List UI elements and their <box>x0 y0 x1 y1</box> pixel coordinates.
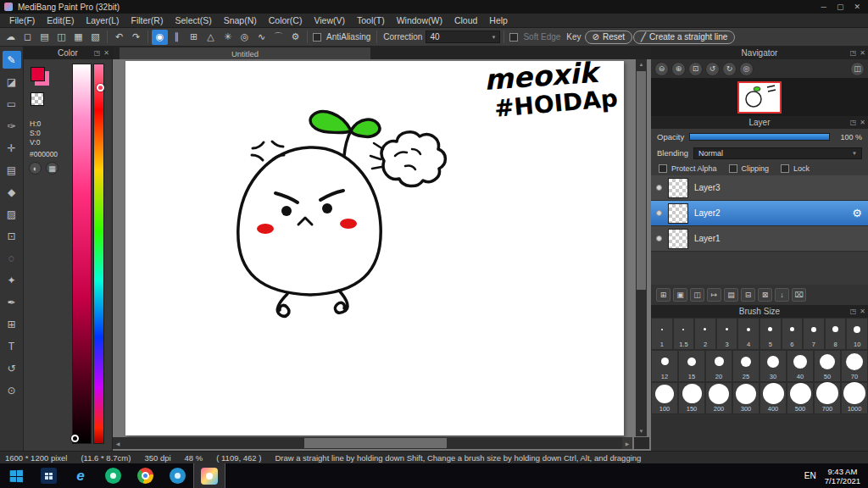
hue-picker-handle[interactable] <box>97 84 104 92</box>
layer-visibility-icon[interactable] <box>656 185 662 191</box>
rotate-ccw-icon[interactable]: ↺ <box>705 62 720 76</box>
pen-tool-icon[interactable]: ✎ <box>3 51 21 69</box>
snap-curve-icon[interactable]: ∿ <box>253 30 270 45</box>
menu-snap[interactable]: Snap(N) <box>218 14 263 26</box>
brush-size-option[interactable]: 5 <box>760 318 782 350</box>
canvas-viewport[interactable]: meoxik #HOIDAp ▲ ▼ ◀ ▶ <box>113 59 651 451</box>
brush-size-option[interactable]: 7 <box>803 318 825 350</box>
add-layer-icon[interactable]: ⊞ <box>656 288 670 302</box>
transfer-layer-icon[interactable]: ↦ <box>707 288 721 302</box>
menu-tool[interactable]: Tool(T) <box>351 14 391 26</box>
brush-size-option[interactable]: 150 <box>678 382 705 414</box>
popup-icon[interactable]: ◳ <box>850 308 857 315</box>
minimize-icon[interactable]: ─ <box>821 3 826 11</box>
brush-size-option[interactable]: 3 <box>716 318 738 350</box>
select-rect-tool-icon[interactable]: ⊡ <box>3 227 21 245</box>
brush-size-option[interactable]: 25 <box>732 350 760 382</box>
brush-size-option[interactable]: 500 <box>787 382 814 414</box>
layer-thumbnail[interactable] <box>668 178 688 198</box>
reset-button[interactable]: ⊘ Reset <box>585 30 633 44</box>
move-layer-down-icon[interactable]: ↓ <box>775 288 789 302</box>
popup-icon[interactable]: ◳ <box>850 49 857 57</box>
menu-cloud[interactable]: Cloud <box>448 14 483 26</box>
brush-size-option[interactable]: 700 <box>814 382 841 414</box>
brush-size-option[interactable]: 10 <box>846 318 868 350</box>
menu-help[interactable]: Help <box>483 14 514 26</box>
language-indicator[interactable]: EN <box>804 471 816 480</box>
snap-vanishing-icon[interactable]: △ <box>203 30 219 45</box>
brush-size-option[interactable]: 100 <box>651 382 678 414</box>
snap-settings-icon[interactable]: ⚙ <box>287 30 303 45</box>
brush-size-option[interactable]: 30 <box>760 350 787 382</box>
snap-guide-icon[interactable]: ⌒ <box>270 30 287 45</box>
menu-edit[interactable]: Edit(E) <box>41 14 80 26</box>
grid-view-icon[interactable]: ▦ <box>70 30 86 45</box>
vertical-scroll-thumb[interactable] <box>637 71 646 290</box>
reset-view-icon[interactable]: ◎ <box>739 62 754 76</box>
marquee-tool-icon[interactable]: ▭ <box>3 95 21 113</box>
select-pen-tool-icon[interactable]: ✒ <box>3 293 21 311</box>
scroll-right-icon[interactable]: ▶ <box>622 437 632 449</box>
layer-row-layer1[interactable]: Layer1 <box>651 226 868 252</box>
layer-row-layer3[interactable]: Layer3 <box>651 175 868 201</box>
close-icon[interactable]: ✕ <box>860 49 865 57</box>
close-icon[interactable]: ✕ <box>860 308 865 315</box>
taskbar-icon-browser[interactable] <box>161 463 193 488</box>
hue-gradient-bar[interactable] <box>93 64 104 444</box>
opacity-slider[interactable] <box>689 133 830 141</box>
panel-layout-icon[interactable]: ▧ <box>87 30 103 45</box>
layer-visibility-icon[interactable] <box>656 210 662 216</box>
cloud-icon[interactable]: ☁ <box>3 30 19 45</box>
brush-size-option[interactable]: 200 <box>705 382 732 414</box>
start-button[interactable] <box>0 463 32 488</box>
vertical-scrollbar[interactable]: ▲ ▼ <box>636 59 647 436</box>
snap-circle-icon[interactable]: ◎ <box>236 30 253 45</box>
add-folder-icon[interactable]: ▣ <box>673 288 687 302</box>
lock-checkbox[interactable] <box>781 164 789 173</box>
brush-size-option[interactable]: 400 <box>760 382 787 414</box>
taskbar-icon-messenger[interactable] <box>97 463 129 488</box>
copy-layer-icon[interactable]: ⊠ <box>758 288 772 302</box>
snap-cross-icon[interactable]: ⊞ <box>186 30 202 45</box>
protect-alpha-checkbox[interactable] <box>659 164 667 173</box>
sv-picker-handle[interactable] <box>71 435 79 442</box>
navigator-preview-area[interactable] <box>651 78 868 116</box>
bucket-tool-icon[interactable]: ◆ <box>3 183 21 201</box>
delete-layer-icon[interactable]: ⌧ <box>792 288 806 302</box>
eraser-tool-icon[interactable]: ◪ <box>3 73 21 91</box>
close-icon[interactable]: ✕ <box>103 49 109 57</box>
magic-wand-tool-icon[interactable]: ✦ <box>3 271 21 289</box>
layer-folder-icon[interactable]: ▤ <box>724 288 738 302</box>
new-canvas-icon[interactable]: ◻ <box>19 30 36 45</box>
brush-tool-icon[interactable]: ✑ <box>3 117 21 135</box>
popup-icon[interactable]: ◳ <box>850 119 857 126</box>
brush-size-option[interactable]: 70 <box>841 350 868 382</box>
antialiasing-checkbox[interactable] <box>313 33 321 42</box>
brush-size-option[interactable]: 20 <box>705 350 732 382</box>
document-tab[interactable]: Untitled <box>120 47 370 59</box>
brush-size-option[interactable]: 300 <box>732 382 760 414</box>
taskbar-icon-chrome[interactable] <box>129 463 161 488</box>
text-tool-icon[interactable]: T <box>3 337 21 355</box>
layer-thumbnail[interactable] <box>668 229 688 249</box>
zoom-out-icon[interactable]: ⊖ <box>654 62 669 76</box>
duplicate-layer-icon[interactable]: ◫ <box>690 288 704 302</box>
grid-tool-icon[interactable]: ⊞ <box>3 315 21 333</box>
close-icon[interactable]: ✕ <box>860 119 865 126</box>
brush-size-option[interactable]: 15 <box>678 350 705 382</box>
menu-layer[interactable]: Layer(L) <box>80 14 125 26</box>
brush-size-option[interactable]: 1000 <box>841 382 868 414</box>
brush-size-option[interactable]: 12 <box>651 350 678 382</box>
layer-visibility-icon[interactable] <box>656 236 662 241</box>
horizontal-scroll-thumb[interactable] <box>304 438 447 448</box>
scroll-up-icon[interactable]: ▲ <box>636 59 647 69</box>
move-tool-icon[interactable]: ✛ <box>3 139 21 157</box>
brush-size-option[interactable]: 4 <box>737 318 760 350</box>
canvas-page[interactable]: meoxik #HOIDAp <box>125 61 624 435</box>
color-wheel-icon[interactable]: ◐ <box>29 162 42 175</box>
menu-file[interactable]: File(F) <box>3 14 41 26</box>
horizontal-scrollbar[interactable]: ◀ ▶ <box>113 437 632 449</box>
menu-view[interactable]: View(V) <box>308 14 351 26</box>
correction-dropdown[interactable]: 40 ▼ <box>426 30 500 43</box>
taskbar-icon-internet-explorer[interactable]: e <box>64 463 97 488</box>
